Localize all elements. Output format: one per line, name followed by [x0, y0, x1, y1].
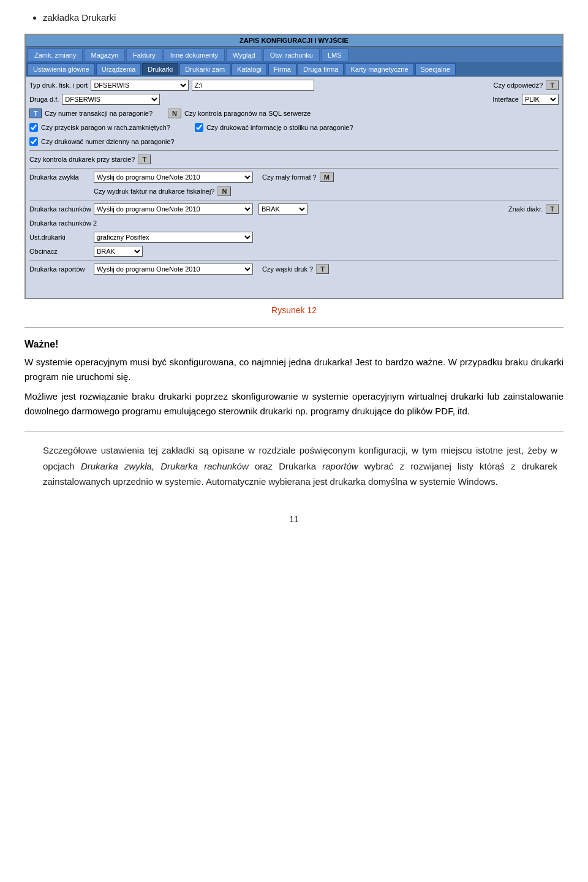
figure-caption-text: Rysunek 12 [271, 305, 317, 315]
drukarka-raportow-select[interactable]: Wyślij do programu OneNote 2010 [94, 264, 253, 275]
drukarka-rachunkow2-label: Drukarka rachunków 2 [29, 219, 91, 227]
nav-otw-rachunku[interactable]: Otw. rachunku [263, 48, 320, 62]
przycisk-paragon-row: Czy przycisk paragon w rach.zamkniętych?… [29, 121, 559, 134]
nav-zamk-zmiany[interactable]: Zamk. zmiany [28, 48, 83, 62]
nav-magazyn[interactable]: Magazyn [84, 48, 125, 62]
hr-1 [24, 327, 564, 328]
sub-nav-urzadzenia[interactable]: Urządzenia [96, 63, 141, 75]
nav-lms[interactable]: LMS [321, 48, 349, 62]
sub-nav-drukarki[interactable]: Drukarki [142, 63, 178, 75]
kontrola-drukarek-row: Czy kontrola drukarek przy starcie? T [29, 153, 559, 165]
czy-waski-druk-label: Czy wąski druk ? [262, 265, 313, 273]
title-bar-text: ZAPIS KONFIGURACJI I WYJŚCIE [239, 37, 349, 44]
important-title: Ważne! [24, 339, 564, 350]
n-val: N [168, 108, 181, 118]
numer-transakcji-badge: T [29, 108, 42, 118]
przycisk-checkbox[interactable] [29, 123, 38, 132]
screenshot-figure: ZAPIS KONFIGURACJI I WYJŚCIE Zamk. zmian… [24, 34, 564, 299]
drukarka-zwykla-label: Drukarka zwykła [29, 173, 91, 181]
wydruk-faktur-label: Czy wydruk faktur na drukarce fiskalnej? [94, 188, 214, 195]
kontrola-sql-label: Czy kontrola paragonów na SQL serwerze [184, 110, 311, 117]
drukarka-rachunkow-row: Drukarka rachunków Wyślij do programu On… [29, 203, 559, 215]
numer-dzienny-checkbox[interactable] [29, 137, 38, 146]
znaki-diakr-val: T [546, 204, 559, 214]
druga-df-select[interactable]: DFSERWIS [62, 94, 160, 105]
path-input[interactable] [192, 80, 314, 91]
numer-dzienny-label: Czy drukować numer dzienny na paragonie? [41, 138, 175, 145]
config-bottom-space [29, 277, 559, 295]
przycisk-label: Czy przycisk paragon w rach.zamkniętych? [41, 124, 170, 131]
drukarka-zwykla-row: Drukarka zwykła Wyślij do programu OneNo… [29, 171, 559, 183]
nav-inne-dokumenty[interactable]: Inne dokumenty [164, 48, 225, 62]
wydruk-faktur-row: x Czy wydruk faktur na drukarce fiskalne… [29, 185, 559, 197]
numer-transakcji-label: Czy numer transakcji na paragonie? [45, 110, 153, 117]
sub-nav-firma[interactable]: Firma [268, 63, 296, 75]
typ-druk-label: Typ druk. fisk. i port [29, 82, 88, 89]
czy-odpowiedz-val: T [546, 80, 559, 90]
title-bar: ZAPIS KONFIGURACJI I WYJŚCIE [26, 35, 562, 47]
sub-nav-bar: Ustawienia główne Urządzenia Drukarki Dr… [26, 62, 562, 77]
interface-select[interactable]: PLIK [522, 94, 559, 105]
important-para1: W systemie operacyjnym musi być skonfigu… [24, 355, 564, 384]
sub-nav-ustawienia[interactable]: Ustawienia główne [28, 63, 95, 75]
maly-format-val: M [320, 172, 334, 182]
obcinacz-label: Obcinacz [29, 248, 91, 255]
typ-druk-row: Typ druk. fisk. i port DFSERWIS Czy odpo… [29, 79, 559, 91]
obcinacz-select[interactable]: BRAK [94, 246, 143, 257]
sub-nav-druga-firma[interactable]: Druga firma [298, 63, 344, 75]
waski-druk-val: T [316, 264, 329, 274]
typ-druk-select[interactable]: DFSERWIS [91, 80, 189, 91]
numer-transakcji-row: T Czy numer transakcji na paragonie? N C… [29, 107, 559, 120]
important-section: Ważne! W systemie operacyjnym musi być s… [24, 339, 564, 419]
brak-select[interactable]: BRAK [258, 203, 307, 215]
drukarka-raportow-label: Drukarka raportów [29, 265, 91, 273]
kontrola-drukarek-label: Czy kontrola drukarek przy starcie? [29, 156, 135, 163]
nav-wyglad[interactable]: Wygląd [226, 48, 262, 62]
drukarka-zwykla-select[interactable]: Wyślij do programu OneNote 2010 [94, 172, 253, 183]
kontrola-val: T [138, 154, 151, 164]
obcinacz-row: Obcinacz BRAK [29, 245, 559, 257]
sub-nav-katalogi[interactable]: Katalogi [232, 63, 267, 75]
divider-2 [29, 168, 559, 169]
sub-nav-specjalne[interactable]: Specjalne [415, 63, 456, 75]
czy-odpowiedz-label: Czy odpowiedź? [494, 82, 543, 89]
ust-drukarki-label: Ust.drukarki [29, 234, 91, 241]
ust-drukarki-row: Ust.drukarki graficzny Posiflex [29, 231, 559, 243]
page-number-text: 11 [289, 514, 299, 524]
nav-faktury[interactable]: Faktury [126, 48, 162, 62]
config-content: Typ druk. fisk. i port DFSERWIS Czy odpo… [26, 77, 562, 298]
czy-maly-format-label: Czy mały format ? [262, 173, 317, 181]
wydruk-faktur-val: N [217, 186, 231, 196]
page-number: 11 [24, 514, 564, 524]
drukarka-rachunkow-select[interactable]: Wyślij do programu OneNote 2010 [94, 203, 253, 215]
znaki-diakr-label: Znaki diakr. [508, 205, 543, 213]
sub-nav-karty[interactable]: Karty magnetyczne [345, 63, 413, 75]
numer-dzienny-row: Czy drukować numer dzienny na paragonie? [29, 135, 559, 148]
drukarka-rachunkow-label: Drukarka rachunków [29, 205, 91, 213]
druga-df-label: Druga d.f. [29, 96, 59, 103]
druga-df-row: Druga d.f. DFSERWIS Interface PLIK [29, 93, 559, 105]
top-nav-bar: Zamk. zmiany Magazyn Faktury Inne dokume… [26, 47, 562, 62]
info-stolik-checkbox[interactable] [195, 123, 203, 132]
ust-drukarki-select[interactable]: graficzny Posiflex [94, 232, 253, 243]
interface-label: Interface [492, 96, 519, 103]
info-stolik-label: Czy drukować informację o stoliku na par… [206, 124, 353, 131]
divider-3 [29, 200, 559, 200]
drukarka-rachunkow2-row: Drukarka rachunków 2 [29, 217, 559, 229]
sub-nav-drukarki-zam[interactable]: Drukarki zam [179, 63, 230, 75]
body-paragraph: Szczegółowe ustawienia tej zakładki są o… [43, 443, 557, 490]
bullet-section: zakładka Drukarki [24, 12, 564, 23]
hr-2 [24, 431, 564, 431]
divider-4 [29, 260, 559, 260]
figure-caption: Rysunek 12 [24, 305, 564, 315]
divider-1 [29, 150, 559, 151]
bullet-item: zakładka Drukarki [43, 12, 564, 23]
important-para2: Możliwe jest rozwiązanie braku drukarki … [24, 389, 564, 419]
drukarka-raportow-row: Drukarka raportów Wyślij do programu One… [29, 263, 559, 275]
